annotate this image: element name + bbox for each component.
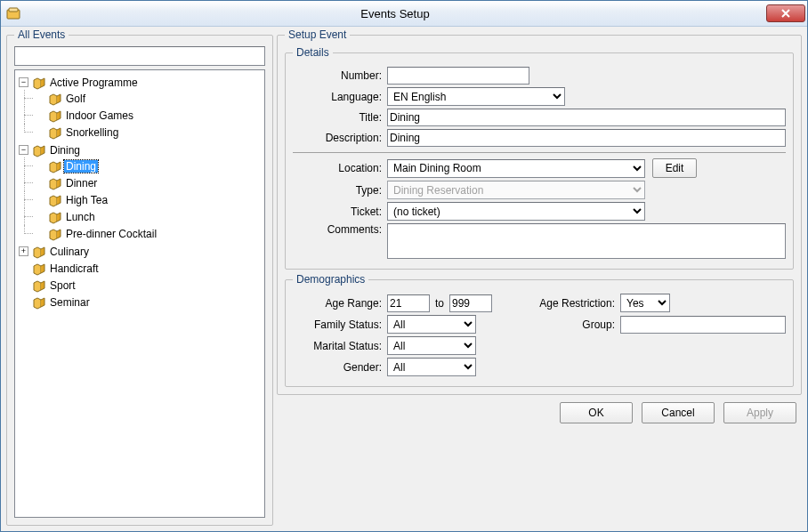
title-bar: Events Setup xyxy=(1,1,807,27)
item-icon xyxy=(32,295,46,310)
marital-status-label: Marital Status: xyxy=(293,340,387,352)
comments-label: Comments: xyxy=(293,223,387,236)
item-icon xyxy=(32,278,46,293)
all-events-group: All Events − Active Programme Golf xyxy=(6,28,273,526)
events-setup-window: Events Setup All Events − Active Program… xyxy=(0,0,808,532)
description-input[interactable] xyxy=(387,129,786,147)
window-body: All Events − Active Programme Golf xyxy=(1,27,807,531)
app-icon xyxy=(6,6,20,20)
apply-button[interactable]: Apply xyxy=(723,402,796,423)
tree-node[interactable]: Dining xyxy=(48,144,82,157)
number-label: Number: xyxy=(293,69,387,82)
language-select[interactable]: EN English xyxy=(387,87,565,106)
demographics-legend: Demographics xyxy=(293,273,368,286)
tree-node[interactable]: Handicraft xyxy=(48,262,101,275)
tree-node[interactable]: Lunch xyxy=(64,211,97,223)
events-search-input[interactable] xyxy=(14,46,265,66)
type-label: Type: xyxy=(293,184,387,197)
type-select: Dining Reservation xyxy=(387,181,645,199)
separator xyxy=(293,152,786,153)
item-icon xyxy=(48,109,62,123)
tree-node[interactable]: Pre-dinner Cocktail xyxy=(64,228,158,240)
tree-node[interactable]: Active Programme xyxy=(48,77,140,89)
number-input[interactable] xyxy=(387,67,529,85)
item-icon xyxy=(48,176,62,190)
window-title: Events Setup xyxy=(24,7,766,20)
age-from-input[interactable] xyxy=(387,294,430,312)
ok-button[interactable]: OK xyxy=(560,402,633,423)
expander-minus-icon[interactable]: − xyxy=(19,145,28,155)
details-legend: Details xyxy=(293,46,333,59)
expander-minus-icon[interactable]: − xyxy=(19,77,28,87)
folder-icon xyxy=(32,245,46,259)
close-icon xyxy=(781,9,790,18)
tree-node-selected[interactable]: Dining xyxy=(64,160,98,173)
comments-textarea[interactable] xyxy=(387,223,786,259)
item-icon xyxy=(48,210,62,224)
language-label: Language: xyxy=(293,91,387,103)
gender-select[interactable]: All xyxy=(387,358,476,376)
setup-event-group: Setup Event Details Number: Language: EN… xyxy=(277,28,802,395)
tree-node[interactable]: Dinner xyxy=(64,177,99,189)
tree-node[interactable]: Seminar xyxy=(48,296,92,309)
expander-plus-icon[interactable]: + xyxy=(19,246,28,256)
tree-node[interactable]: Sport xyxy=(48,279,77,292)
ticket-select[interactable]: (no ticket) xyxy=(387,202,645,221)
tree-node[interactable]: Snorkelling xyxy=(64,126,120,139)
family-status-label: Family Status: xyxy=(293,318,387,331)
folder-icon xyxy=(32,143,46,157)
gender-label: Gender: xyxy=(293,361,387,374)
details-group: Details Number: Language: EN English Tit… xyxy=(285,46,794,270)
close-button[interactable] xyxy=(766,4,805,22)
item-icon xyxy=(48,193,62,207)
dialog-button-bar: OK Cancel Apply xyxy=(277,395,802,425)
item-icon xyxy=(32,262,46,276)
group-label: Group: xyxy=(476,318,620,331)
tree-node[interactable]: Culinary xyxy=(48,246,91,258)
demographics-group: Demographics Age Range: to Age Restricti… xyxy=(285,273,794,387)
age-range-label: Age Range: xyxy=(293,297,387,310)
location-select[interactable]: Main Dining Room xyxy=(387,159,645,178)
marital-status-select[interactable]: All xyxy=(387,336,476,355)
location-label: Location: xyxy=(293,162,387,174)
svg-rect-1 xyxy=(9,8,18,12)
folder-icon xyxy=(32,76,46,90)
group-input[interactable] xyxy=(620,316,786,334)
item-icon xyxy=(48,125,62,140)
family-status-select[interactable]: All xyxy=(387,315,476,334)
tree-node[interactable]: Indoor Games xyxy=(64,109,135,122)
edit-location-button[interactable]: Edit xyxy=(652,158,697,178)
all-events-pane: All Events − Active Programme Golf xyxy=(6,28,273,526)
ticket-label: Ticket: xyxy=(293,206,387,218)
item-icon xyxy=(48,227,62,241)
title-label: Title: xyxy=(293,111,387,124)
all-events-legend: All Events xyxy=(14,28,69,41)
events-tree[interactable]: − Active Programme Golf Indoor Games Sno… xyxy=(14,69,265,518)
item-icon xyxy=(48,159,62,173)
setup-event-pane: Setup Event Details Number: Language: EN… xyxy=(277,28,802,526)
age-restriction-select[interactable]: Yes xyxy=(620,294,670,312)
tree-node[interactable]: Golf xyxy=(64,93,87,105)
item-icon xyxy=(48,92,62,106)
age-to-input[interactable] xyxy=(449,294,492,312)
title-input[interactable] xyxy=(387,109,786,126)
cancel-button[interactable]: Cancel xyxy=(642,402,715,423)
age-restriction-label: Age Restriction: xyxy=(492,297,620,310)
setup-event-legend: Setup Event xyxy=(285,28,350,41)
tree-node[interactable]: High Tea xyxy=(64,194,109,206)
description-label: Description: xyxy=(293,132,387,144)
to-label: to xyxy=(430,297,449,310)
